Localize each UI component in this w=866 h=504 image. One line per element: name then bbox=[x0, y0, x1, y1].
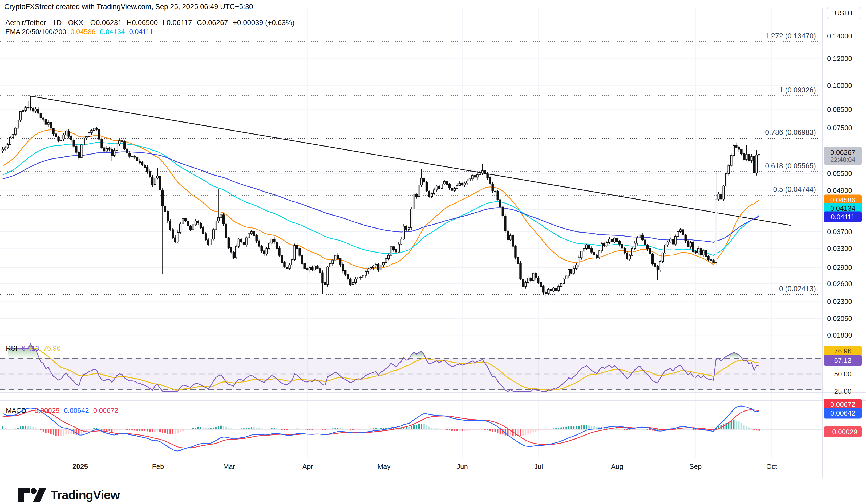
price-tick: 0.03300 bbox=[827, 245, 852, 253]
axis-label-rsi-25: 25.00 bbox=[824, 386, 862, 397]
price-tick: 0.10000 bbox=[827, 81, 852, 90]
price-tick: 0.02050 bbox=[827, 315, 852, 323]
ema-label: EMA 20/50/100/200 bbox=[5, 28, 66, 36]
macd-line-value: 0.00642 bbox=[64, 406, 89, 415]
ema20-value: 0.04586 bbox=[70, 28, 96, 36]
macd-hist-value: −0.00029 bbox=[31, 406, 60, 415]
ema-legend-row[interactable]: EMA 20/50/100/200 0.04586 0.04134 0.0411… bbox=[5, 28, 157, 36]
ema100-value: 0.04111 bbox=[129, 28, 153, 36]
time-tick-Aug: Aug bbox=[611, 462, 623, 471]
time-tick-Feb: Feb bbox=[152, 462, 164, 471]
tradingview-logo-text: TradingView bbox=[51, 488, 120, 502]
ohlc-open: O0.06231 bbox=[90, 19, 122, 27]
price-tick: 0.07500 bbox=[827, 124, 852, 132]
symbol-title: Aethir/Tether · 1D · OKX bbox=[5, 19, 84, 27]
ohlc-low: L0.06117 bbox=[163, 19, 192, 27]
time-tick-Mar: Mar bbox=[223, 462, 235, 471]
rsi-legend-row[interactable]: RSI 67.13 76.96 bbox=[6, 344, 65, 352]
axis-box-macd-line: 0.00642 bbox=[824, 408, 862, 419]
time-tick-2025: 2025 bbox=[73, 462, 88, 471]
ohlc-change: +0.00039 (+0.63%) bbox=[233, 19, 295, 27]
tradingview-logo[interactable]: TradingView bbox=[17, 488, 120, 502]
rsi-label: RSI bbox=[6, 344, 17, 352]
ohlc-close: C0.06267 bbox=[197, 19, 228, 27]
header-credit: CryptoFXStreet created with TradingView.… bbox=[4, 3, 253, 11]
price-tick: 0.02300 bbox=[827, 298, 852, 306]
ema-line-1 bbox=[3, 142, 759, 256]
time-tick-Sep: Sep bbox=[689, 462, 702, 471]
rsi-value: 67.13 bbox=[22, 344, 39, 352]
price-tick: 0.12000 bbox=[827, 55, 852, 63]
price-tick: 0.02900 bbox=[827, 264, 852, 272]
ema-line-2 bbox=[3, 152, 759, 243]
time-tick-Jun: Jun bbox=[457, 462, 468, 471]
time-tick-May: May bbox=[377, 462, 390, 471]
price-tick: 0.05500 bbox=[827, 169, 852, 178]
price-tick: 0.08500 bbox=[827, 105, 852, 114]
fib-label[interactable]: 0 (0.02413) bbox=[779, 285, 816, 293]
time-tick-Apr: Apr bbox=[302, 462, 313, 471]
tradingview-chart-screenshot: { "header": { "credit": "CryptoFXStreet … bbox=[0, 0, 866, 504]
axis-box-macd-hist: −0.00029 bbox=[824, 426, 862, 437]
fib-label[interactable]: 1.272 (0.13470) bbox=[765, 32, 816, 40]
price-tick: 0.03700 bbox=[827, 228, 852, 236]
price-tick: 0.14000 bbox=[827, 32, 852, 40]
time-tick-Jul: Jul bbox=[534, 462, 543, 471]
chart-canvas[interactable] bbox=[0, 0, 866, 504]
axis-box-rsi: 67.13 bbox=[824, 355, 862, 366]
fib-label[interactable]: 1 (0.09326) bbox=[779, 86, 816, 94]
price-tick: 0.02600 bbox=[827, 280, 852, 288]
bar-countdown: 22:40:04 bbox=[827, 156, 858, 164]
price-tick: 0.04900 bbox=[827, 187, 852, 195]
fib-label[interactable]: 0.786 (0.06983) bbox=[765, 128, 816, 137]
rsi-ma-value: 76.96 bbox=[43, 344, 60, 352]
axis-box-ema100: 0.04111 bbox=[824, 212, 862, 222]
fib-label[interactable]: 0.618 (0.05565) bbox=[765, 162, 816, 170]
macd-legend-row[interactable]: MACD −0.00029 0.00642 0.00672 bbox=[6, 406, 123, 415]
current-price-value: 0.06267 bbox=[827, 148, 858, 157]
tradingview-logo-icon bbox=[17, 488, 47, 502]
macd-signal-value: 0.00672 bbox=[93, 406, 118, 415]
macd-label: MACD bbox=[6, 406, 26, 415]
time-tick-Oct: Oct bbox=[766, 462, 777, 471]
price-tick: 0.01830 bbox=[827, 331, 852, 339]
ema50-value: 0.04134 bbox=[100, 28, 125, 36]
axis-label-rsi-50: 50.00 bbox=[824, 369, 862, 380]
ohlc-high: H0.06500 bbox=[126, 19, 158, 27]
ema-line-0 bbox=[3, 130, 759, 269]
fib-label[interactable]: 0.5 (0.04744) bbox=[773, 186, 816, 194]
current-price-box: 0.0626722:40:04 bbox=[824, 147, 862, 165]
symbol-title-row[interactable]: Aethir/Tether · 1D · OKX O0.06231 H0.065… bbox=[5, 19, 299, 27]
